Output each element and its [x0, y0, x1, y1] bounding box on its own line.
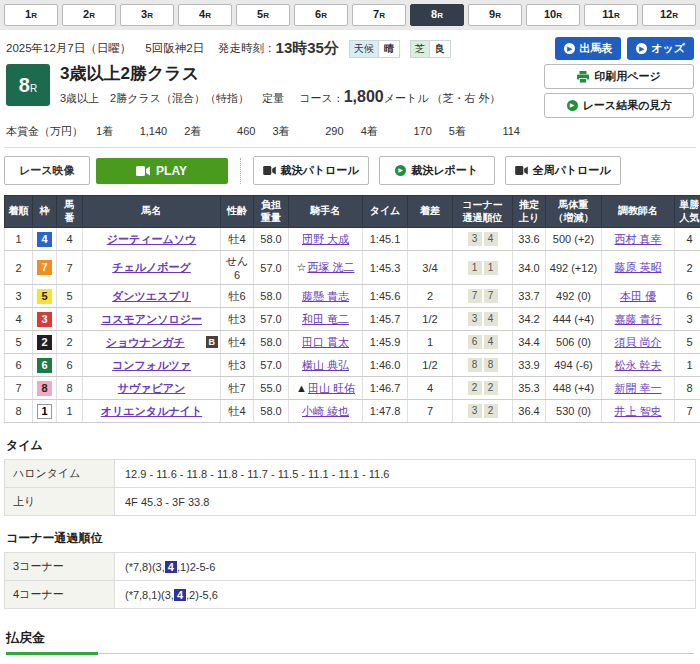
stewards-patrol-button[interactable]: 裁決パトロール	[253, 156, 369, 185]
race-tab-8r-active[interactable]: 8R	[410, 4, 464, 26]
full-patrol-button[interactable]: 全周パトロール	[505, 156, 621, 185]
trainer-link[interactable]: 西村 真幸	[614, 233, 661, 245]
margin: 1/2	[408, 354, 453, 377]
trainer-link[interactable]: 藤原 英昭	[614, 261, 661, 273]
corner-position: 7	[484, 289, 498, 303]
corner-position: 4	[484, 312, 498, 326]
frame-cell: 8	[33, 377, 57, 400]
margin: 4	[408, 377, 453, 400]
play-button-label: PLAY	[156, 164, 187, 178]
jockey-link[interactable]: 田山 旺佑	[308, 382, 355, 394]
trainer-cell: 井上 智史	[602, 400, 675, 423]
corner-position: 3	[468, 404, 482, 418]
frame-cell: 6	[33, 354, 57, 377]
printer-icon	[577, 71, 589, 83]
finish-time: 1:47.8	[363, 400, 408, 423]
corner-order-cell: 64	[453, 331, 513, 354]
horse-number: 1	[57, 400, 83, 423]
horse-name-cell: コンフォルツァ	[83, 354, 221, 377]
time-section-heading: タイム	[6, 437, 694, 454]
horse-name-link[interactable]: ジーティームソウ	[107, 233, 197, 245]
race-tab-label: 10	[544, 8, 556, 20]
apprentice-mark: ☆	[297, 261, 307, 273]
last3f-time: 33.9	[513, 354, 546, 377]
race-tab-3r[interactable]: 3R	[120, 4, 174, 26]
play-button[interactable]: PLAY	[96, 158, 228, 184]
going-value: 良	[429, 41, 450, 57]
results-header-row: 着順 枠 馬 番 馬名 性齢 負担 重量 騎手名 タイム 着差 コーナー 通過順…	[5, 196, 700, 228]
apprentice-mark: ▲	[296, 382, 307, 394]
race-tab-11r[interactable]: 11R	[584, 4, 638, 26]
col-header-weight-carried: 負担 重量	[254, 196, 289, 228]
jockey-link[interactable]: 西塚 洸二	[307, 261, 354, 273]
horse-name-link[interactable]: オリエンタルナイト	[101, 405, 202, 417]
corner-order-text: ,2)-5,6	[186, 589, 218, 601]
trainer-link[interactable]: 井上 智史	[614, 405, 661, 417]
horse-name-link[interactable]: コンフォルツァ	[112, 359, 191, 371]
entries-button[interactable]: ▶ 出馬表	[555, 37, 621, 60]
race-tab-6r[interactable]: 6R	[294, 4, 348, 26]
trainer-link[interactable]: 本田 優	[620, 290, 656, 302]
corner-position: 7	[468, 289, 482, 303]
stewards-report-button[interactable]: ▶ 裁決レポート	[379, 156, 495, 185]
horse-name-link[interactable]: サヴァビアン	[118, 382, 186, 394]
jockey-link[interactable]: 藤懸 貴志	[302, 290, 349, 302]
trainer-link[interactable]: 松永 幹夫	[614, 359, 661, 371]
frame-badge: 2	[37, 335, 52, 350]
race-tab-10r[interactable]: 10R	[526, 4, 580, 26]
race-tab-suffix: R	[89, 11, 95, 20]
results-guide-button[interactable]: ▶ レース結果の見方	[544, 93, 694, 118]
results-guide-label: レース結果の見方	[583, 98, 672, 113]
race-tab-2r[interactable]: 2R	[62, 4, 116, 26]
race-tab-suffix: R	[437, 11, 443, 20]
jockey-cell: 小崎 綾也	[289, 400, 363, 423]
sex-age: 牡4	[221, 400, 254, 423]
stewards-patrol-label: 裁決パトロール	[281, 163, 359, 178]
race-tab-4r[interactable]: 4R	[178, 4, 232, 26]
video-camera-icon	[263, 166, 276, 175]
trainer-link[interactable]: 須貝 尚介	[614, 336, 661, 348]
trainer-link[interactable]: 嘉藤 貴行	[614, 313, 661, 325]
horse-name-link[interactable]: ダンツエスプリ	[112, 290, 191, 302]
race-tab-9r[interactable]: 9R	[468, 4, 522, 26]
horse-name-link[interactable]: ショウナンガチ	[106, 336, 185, 348]
race-tab-7r[interactable]: 7R	[352, 4, 406, 26]
prize-amount: 460	[207, 125, 255, 137]
sex-age: 牡6	[221, 285, 254, 308]
win-popularity: 3	[675, 308, 700, 331]
race-tab-12r[interactable]: 12R	[642, 4, 696, 26]
win-popularity: 8	[675, 377, 700, 400]
race-tab-1r[interactable]: 1R	[4, 4, 58, 26]
jockey-link[interactable]: 田口 貫太	[302, 336, 349, 348]
race-tab-suffix: R	[147, 11, 153, 20]
prize-place: 2着	[184, 125, 201, 137]
finish-position: 7	[5, 377, 33, 400]
horse-number: 6	[57, 354, 83, 377]
corner-order-cell: 77	[453, 285, 513, 308]
sex-age: 牡3	[221, 308, 254, 331]
trainer-link[interactable]: 新開 幸一	[614, 382, 661, 394]
col-header-win-popularity: 単勝 人気	[675, 196, 700, 228]
corner3-order: (*7,8)(3,4,1)2-5-6	[115, 553, 696, 581]
race-tab-5r[interactable]: 5R	[236, 4, 290, 26]
prize-amount: 290	[296, 125, 344, 137]
jockey-link[interactable]: 小崎 綾也	[302, 405, 349, 417]
race-date: 2025年12月7日（日曜）	[6, 41, 131, 56]
last3f-time: 33.6	[513, 228, 546, 251]
entries-button-label: 出馬表	[579, 41, 612, 56]
corner-order-cell: 32	[453, 400, 513, 423]
jockey-link[interactable]: 団野 大成	[302, 233, 349, 245]
col-header-sex-age: 性齢	[221, 196, 254, 228]
col-header-horse-number: 馬 番	[57, 196, 83, 228]
odds-button[interactable]: ▶ オッズ	[627, 37, 694, 60]
jockey-link[interactable]: 横山 典弘	[302, 359, 349, 371]
trainer-cell: 新開 幸一	[602, 377, 675, 400]
prize-money-row: 本賞金（万円） 1着1,140 2着460 3着290 4着170 5着114	[6, 124, 694, 139]
print-page-button[interactable]: 印刷用ページ	[544, 64, 694, 89]
horse-name-link[interactable]: チェルノボーグ	[112, 261, 191, 273]
frame-cell: 5	[33, 285, 57, 308]
race-tab-suffix: R	[205, 11, 211, 20]
horse-name-link[interactable]: コスモアンソロジー	[101, 313, 202, 325]
horse-number: 5	[57, 285, 83, 308]
jockey-link[interactable]: 和田 竜二	[302, 313, 349, 325]
